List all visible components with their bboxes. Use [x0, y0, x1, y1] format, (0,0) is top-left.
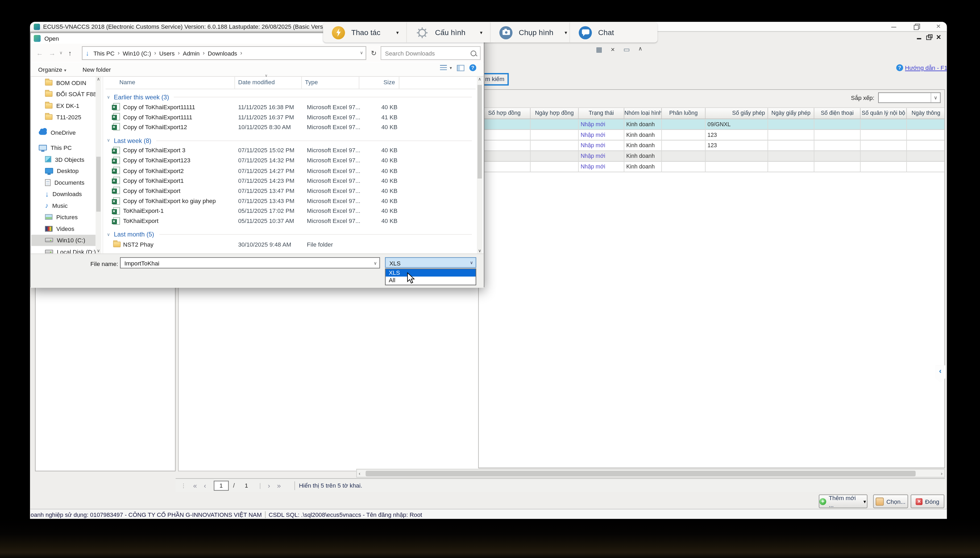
sidebar-item[interactable]: T11-2025: [31, 112, 96, 123]
child-close-icon[interactable]: [936, 34, 942, 40]
grid-column-header[interactable]: Số hợp đồng: [479, 108, 531, 119]
declaration-row[interactable]: Nhập mớiKinh doanh09/GNXL: [479, 119, 944, 130]
monitor-icon[interactable]: ▭: [623, 46, 631, 54]
minimize-icon[interactable]: [891, 24, 897, 30]
sidebar-item[interactable]: Music: [31, 200, 96, 211]
file-row[interactable]: Copy of ToKhaiExport ko giay phep07/11/2…: [105, 196, 476, 206]
sidebar-item[interactable]: ĐỐI SOÁT F88: [31, 88, 96, 100]
chevron-down-icon[interactable]: ∨: [374, 261, 377, 266]
breadcrumb-item[interactable]: Win10 (C:): [121, 50, 153, 57]
file-row[interactable]: Copy of ToKhaiExport07/11/2025 13:47 PMM…: [105, 186, 476, 196]
chevron-down-icon[interactable]: ▾: [450, 66, 452, 71]
grid-column-header[interactable]: Phân luồng: [662, 108, 705, 119]
file-name-input[interactable]: ImportToKhai ∨: [120, 257, 380, 268]
chevron-down-icon[interactable]: ∨: [931, 93, 940, 102]
declaration-row[interactable]: Nhập mớiKinh doanh: [479, 151, 944, 162]
file-group-header[interactable]: ∨Earlier this week (3): [105, 92, 476, 102]
file-row[interactable]: Copy of ToKhaiExport111111/11/2025 16:37…: [105, 112, 476, 122]
file-row[interactable]: ToKhaiExport-105/11/2025 17:02 PMMicroso…: [105, 206, 476, 216]
toolbar-item-thao-tac[interactable]: Thao tác▾: [323, 23, 407, 43]
dropdown-caret-icon[interactable]: ▾: [469, 30, 483, 35]
sidebar-item[interactable]: 3D Objects: [31, 154, 96, 165]
dropdown-caret-icon[interactable]: ▼: [862, 499, 867, 503]
file-group-header[interactable]: ∨Last week (8): [105, 136, 476, 145]
history-chevron-icon[interactable]: ∨: [59, 50, 63, 55]
help-link[interactable]: ? Hướng dẫn - F1: [896, 64, 947, 71]
prev-page-button[interactable]: ‹: [204, 482, 206, 489]
preview-pane-icon[interactable]: [457, 64, 464, 71]
sidebar-item[interactable]: BOM ODIN: [31, 77, 96, 88]
child-minimize-icon[interactable]: [916, 34, 922, 40]
address-bar[interactable]: ↓This PC›Win10 (C:)›Users›Admin›Download…: [82, 46, 366, 60]
forward-icon[interactable]: →: [49, 49, 56, 56]
child-restore-icon[interactable]: [926, 34, 932, 40]
sidebar-item[interactable]: OneDrive: [31, 127, 96, 138]
toolbar-item-chup-hinh[interactable]: Chụp hình▾: [491, 23, 570, 43]
toolbar-item-chat[interactable]: Chat: [570, 23, 657, 43]
file-row[interactable]: Copy of ToKhaiExport1111111/11/2025 16:3…: [105, 102, 476, 112]
back-icon[interactable]: ←: [36, 49, 43, 56]
grid-column-header[interactable]: Nhóm loại hình: [624, 108, 662, 119]
list-column-header[interactable]: Name: [105, 77, 235, 89]
file-type-option[interactable]: XLS: [386, 269, 476, 277]
grid-column-header[interactable]: Ngày hợp đồng: [531, 108, 579, 119]
dropdown-caret-icon[interactable]: ▾: [553, 30, 567, 35]
list-scrollbar[interactable]: ∧ ∨: [477, 77, 483, 253]
list-column-header[interactable]: Size: [359, 77, 399, 89]
file-row[interactable]: Copy of ToKhaiExport12307/11/2025 14:32 …: [105, 155, 476, 165]
scroll-left-icon[interactable]: ‹: [359, 470, 361, 477]
scrollbar-thumb[interactable]: [366, 471, 916, 476]
dropdown-caret-icon[interactable]: ▾: [385, 30, 399, 35]
organize-button[interactable]: Organize▾: [38, 66, 66, 73]
toolbar-item-cau-hinh[interactable]: Cấu hình▾: [407, 23, 491, 43]
last-page-button[interactable]: »: [277, 482, 281, 489]
new-folder-button[interactable]: New folder: [82, 66, 111, 73]
file-row[interactable]: Copy of ToKhaiExport207/11/2025 14:27 PM…: [105, 165, 476, 176]
scrollbar-thumb[interactable]: [478, 85, 482, 179]
sidebar-item[interactable]: Pictures: [31, 211, 96, 223]
file-row[interactable]: ToKhaiExport05/11/2025 10:37 AMMicrosoft…: [105, 216, 476, 226]
grid-column-header[interactable]: Số điện thoại: [814, 108, 861, 119]
file-row[interactable]: NST2 Phay30/10/2025 9:48 AMFile folder: [105, 239, 476, 249]
cut-icon[interactable]: ×: [609, 46, 617, 54]
sidebar-item[interactable]: This PC: [31, 142, 96, 154]
breadcrumb-item[interactable]: Users: [157, 50, 176, 57]
file-row[interactable]: Copy of ToKhaiExport 307/11/2025 15:02 P…: [105, 145, 476, 155]
layout-grid-icon[interactable]: ▦: [595, 46, 603, 54]
grid-column-header[interactable]: Trạng thái: [579, 108, 624, 119]
sidebar-item[interactable]: Downloads: [31, 188, 96, 200]
declaration-row[interactable]: Nhập mớiKinh doanh: [479, 162, 944, 172]
sidebar-item[interactable]: Documents: [31, 177, 96, 188]
scroll-up-icon[interactable]: ∧: [477, 77, 483, 82]
sidebar-item[interactable]: Win10 (C:): [31, 235, 96, 246]
choose-button[interactable]: Chọn...: [873, 494, 908, 508]
file-row[interactable]: Copy of ToKhaiExport107/11/2025 14:23 PM…: [105, 176, 476, 186]
scrollbar-thumb[interactable]: [96, 157, 100, 212]
file-type-option[interactable]: All: [386, 277, 476, 285]
sidebar-item[interactable]: Videos: [31, 223, 96, 235]
declaration-row[interactable]: Nhập mớiKinh doanh123: [479, 130, 944, 141]
scroll-up-icon[interactable]: ∧: [96, 77, 101, 82]
close-icon[interactable]: [936, 24, 942, 30]
sort-combobox[interactable]: ∨: [878, 92, 940, 103]
breadcrumb-item[interactable]: This PC: [92, 50, 117, 57]
file-type-combobox[interactable]: XLS ∨: [385, 257, 476, 268]
sidebar-item[interactable]: EX DK-1: [31, 100, 96, 112]
chevron-down-icon[interactable]: ∨: [360, 51, 363, 56]
add-new-button[interactable]: + Thêm mới ... ▼: [819, 494, 868, 508]
search-box[interactable]: Search Downloads: [380, 46, 481, 60]
close-button[interactable]: × Đóng: [911, 494, 944, 508]
horizontal-scrollbar[interactable]: ‹ ›: [356, 469, 945, 478]
chevron-down-icon[interactable]: ∨: [470, 260, 473, 266]
refresh-icon[interactable]: ↻: [369, 46, 379, 60]
list-column-header[interactable]: Type: [302, 77, 359, 89]
grid-column-header[interactable]: Ngày giấy phép: [768, 108, 815, 119]
scroll-down-icon[interactable]: ∨: [96, 248, 101, 253]
list-view-icon[interactable]: [440, 64, 447, 71]
file-row[interactable]: Copy of ToKhaiExport1210/11/2025 8:30 AM…: [105, 122, 476, 132]
restore-icon[interactable]: [913, 24, 919, 30]
sidebar-item[interactable]: Desktop: [31, 165, 96, 176]
grid-column-header[interactable]: Số quản lý nội bộ: [861, 108, 907, 119]
grid-column-header[interactable]: Số giấy phép: [706, 108, 768, 119]
first-page-button[interactable]: «: [193, 482, 197, 489]
